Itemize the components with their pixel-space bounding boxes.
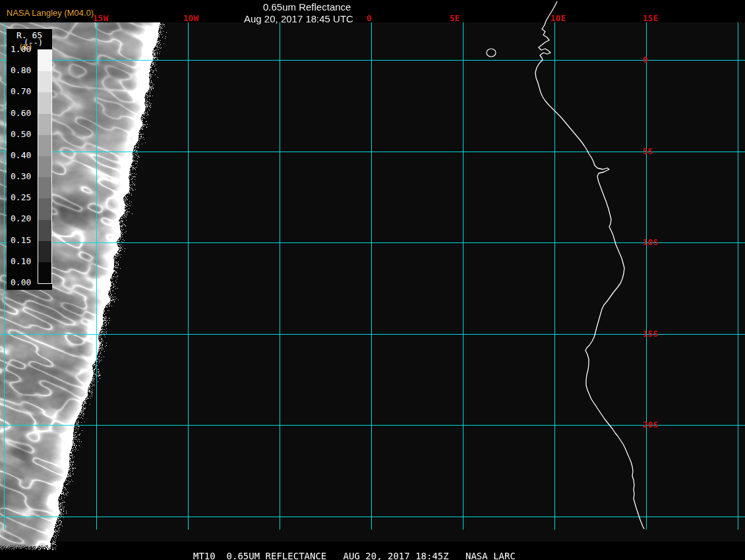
satellite-viewer: R. 65 (--) (K) 1.000.800.700.600.500.400… <box>0 0 745 560</box>
colorbar-tick-label: 0.80 <box>11 66 31 75</box>
colorbar-segment <box>38 71 51 92</box>
colorbar-gradient <box>38 49 52 284</box>
status-text: MT10 0.65UM REFLECTANCE AUG 20, 2017 18:… <box>193 551 516 560</box>
latitude-label: 20S <box>643 420 658 429</box>
reflectance-colorbar: R. 65 (--) (K) 1.000.800.700.600.500.400… <box>7 29 52 290</box>
colorbar-tick-label: 0.60 <box>11 109 31 118</box>
colorbar-tick-label: 0.25 <box>11 193 31 202</box>
coastline-path <box>535 1 644 529</box>
latitude-label: 10S <box>643 238 658 246</box>
colorbar-segment <box>38 135 51 156</box>
observation-datetime: Aug 20, 2017 18:45 UTC <box>244 13 353 24</box>
colorbar-segment <box>38 241 51 262</box>
colorbar-tick-label: 0.30 <box>11 172 31 181</box>
coastline-overlay <box>0 0 745 560</box>
latitude-label: 15S <box>643 329 658 338</box>
colorbar-tick-label: 0.10 <box>11 257 31 266</box>
longitude-label: 0 <box>367 14 372 22</box>
colorbar-segment <box>38 262 51 283</box>
colorbar-segment <box>38 114 51 135</box>
longitude-label: 10W <box>183 14 198 22</box>
island-outline <box>487 49 496 57</box>
longitude-label: 15W <box>93 14 108 22</box>
colorbar-segment <box>38 177 51 198</box>
colorbar-tick-label: 0.15 <box>11 236 31 245</box>
colorbar-segment <box>38 198 51 219</box>
source-label: NASA Langley (M04.0) <box>7 8 94 18</box>
longitude-label: 10E <box>551 14 566 22</box>
page-title: 0.65um Reflectance <box>263 1 351 13</box>
colorbar-segment <box>38 220 51 241</box>
colorbar-tick-label: 0.20 <box>11 214 31 223</box>
colorbar-segment <box>38 92 51 113</box>
latitude-label: 5S <box>643 147 653 155</box>
colorbar-segment <box>38 156 51 177</box>
colorbar-tick-label: 0.70 <box>11 87 31 96</box>
colorbar-tick-label: 1.00 <box>11 45 31 54</box>
colorbar-segment <box>38 50 51 71</box>
colorbar-tick-label: 0.40 <box>11 151 31 160</box>
colorbar-tick-label: 0.50 <box>11 130 31 139</box>
colorbar-tick-label: 0.00 <box>11 278 31 287</box>
longitude-label: 5E <box>450 14 460 22</box>
latitude-label: 0 <box>643 55 648 64</box>
longitude-label: 15E <box>643 14 658 22</box>
